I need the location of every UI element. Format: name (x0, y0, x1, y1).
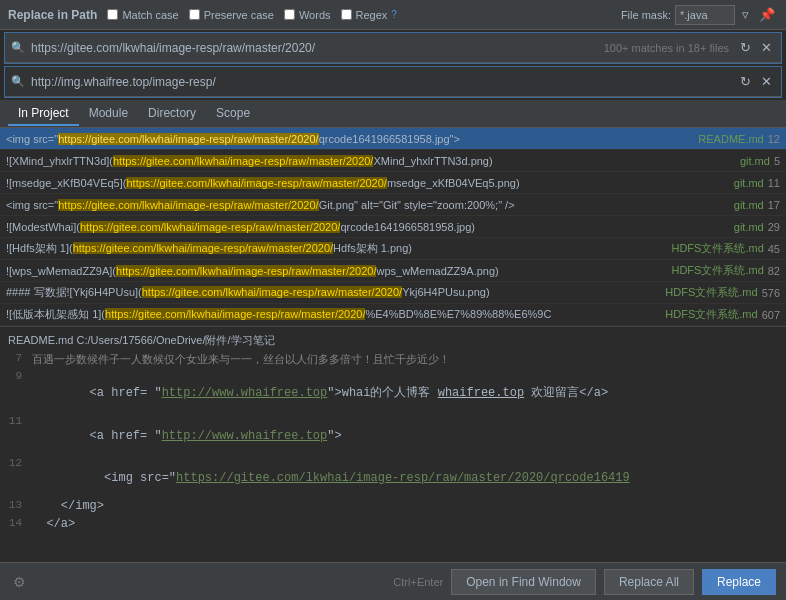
words-checkbox-group[interactable]: Words (284, 9, 331, 21)
result-file: git.md (734, 199, 764, 211)
match-count: 100+ matches in 18+ files (604, 42, 729, 54)
match-case-label: Match case (122, 9, 178, 21)
result-item[interactable]: <img src="https://gitee.com/lkwhai/image… (0, 128, 786, 150)
result-line: 11 (768, 177, 780, 189)
result-item[interactable]: <img src="https://gitee.com/lkwhai/image… (0, 194, 786, 216)
code-preview: README.md C:/Users/17566/OneDrive/附件/学习笔… (0, 326, 786, 539)
search-row-1-wrapper: 🔍 100+ matches in 18+ files ↻ ✕ (4, 32, 782, 64)
result-line: 82 (768, 265, 780, 277)
search-2-refresh-icon[interactable]: ↻ (737, 73, 754, 90)
words-label: Words (299, 9, 331, 21)
line-number: 7 (4, 352, 32, 364)
result-line: 576 (762, 287, 780, 299)
replace-button[interactable]: Replace (702, 569, 776, 595)
match-case-checkbox[interactable] (107, 9, 118, 20)
filter-icon-btn[interactable]: ▿ (739, 6, 752, 23)
result-text: <img src="https://gitee.com/lkwhai/image… (6, 199, 726, 211)
result-file: HDFS文件系统.md (665, 285, 757, 300)
search-input-find[interactable] (31, 41, 600, 55)
line-content: </img> (32, 499, 104, 513)
shortcut-label: Ctrl+Enter (393, 576, 443, 588)
regex-checkbox[interactable] (341, 9, 352, 20)
result-line: 5 (774, 155, 780, 167)
search-1-close-icon[interactable]: ✕ (758, 39, 775, 56)
settings-icon-btn[interactable]: ⚙ (10, 573, 29, 591)
code-line-13: 13 </img> (0, 499, 786, 517)
tab-directory[interactable]: Directory (138, 102, 206, 126)
result-text: ![Hdfs架构 1](https://gitee.com/lkwhai/ima… (6, 241, 663, 256)
result-item[interactable]: ![wps_wMemadZZ9A](https://gitee.com/lkwh… (0, 260, 786, 282)
code-line-14: 14 </a> (0, 517, 786, 535)
search-row-1: 🔍 100+ matches in 18+ files ↻ ✕ (5, 33, 781, 63)
bottom-left: ⚙ (10, 573, 29, 591)
regex-checkbox-group[interactable]: Regex ? (341, 9, 397, 21)
result-line: 17 (768, 199, 780, 211)
results-list: <img src="https://gitee.com/lkwhai/image… (0, 128, 786, 326)
line-number: 14 (4, 517, 32, 529)
result-file: HDFS文件系统.md (665, 307, 757, 322)
line-content: <a href= "http://www.whaifree.top">whai的… (32, 370, 608, 415)
line-number: 13 (4, 499, 32, 511)
file-mask-label: File mask: (621, 9, 671, 21)
tab-module[interactable]: Module (79, 102, 138, 126)
result-item[interactable]: ![ModestWhai](https://gitee.com/lkwhai/i… (0, 216, 786, 238)
code-line-9: 9 <a href= "http://www.whaifree.top">wha… (0, 370, 786, 415)
code-line-11: 11 <a href= "http://www.whaifree.top"> (0, 415, 786, 457)
result-line: 12 (768, 133, 780, 145)
code-file-header: README.md C:/Users/17566/OneDrive/附件/学习笔… (0, 331, 786, 352)
preserve-case-checkbox[interactable] (189, 9, 200, 20)
line-content: <a href= "http://www.whaifree.top"> (32, 415, 342, 457)
result-item[interactable]: ![XMind_yhxlrTTN3d](https://gitee.com/lk… (0, 150, 786, 172)
result-line: 29 (768, 221, 780, 233)
result-file: HDFS文件系统.md (671, 241, 763, 256)
line-content: 百遇一步数候件子一人数候仅个女业来与一一，丝台以人们多多倍寸！且忙千步近少！ (32, 352, 450, 367)
line-number: 11 (4, 415, 32, 427)
tabs-bar: In Project Module Directory Scope (0, 100, 786, 128)
code-line-12: 12 <img src="https://gitee.com/lkwhai/im… (0, 457, 786, 499)
search-row-2-wrapper: 🔍 ↻ ✕ (4, 66, 782, 98)
regex-label: Regex (356, 9, 388, 21)
replace-all-button[interactable]: Replace All (604, 569, 694, 595)
file-mask-group: File mask: ▿ 📌 (621, 5, 778, 25)
words-checkbox[interactable] (284, 9, 295, 20)
result-text: ![msedge_xKfB04VEq5](https://gitee.com/l… (6, 177, 726, 189)
line-number: 12 (4, 457, 32, 469)
search-icon-2: 🔍 (11, 75, 25, 88)
preserve-case-checkbox-group[interactable]: Preserve case (189, 9, 274, 21)
result-file: HDFS文件系统.md (671, 263, 763, 278)
result-file: README.md (698, 133, 763, 145)
result-item[interactable]: ![低版本机架感知 1](https://gitee.com/lkwhai/im… (0, 304, 786, 326)
result-item[interactable]: ![Hdfs架构 1](https://gitee.com/lkwhai/ima… (0, 238, 786, 260)
tab-in-project[interactable]: In Project (8, 102, 79, 126)
result-text: ![ModestWhai](https://gitee.com/lkwhai/i… (6, 221, 726, 233)
line-content: </a> (32, 517, 75, 531)
line-content: <img src="https://gitee.com/lkwhai/image… (32, 457, 630, 499)
open-find-window-button[interactable]: Open in Find Window (451, 569, 596, 595)
result-item[interactable]: #### 写数据![Ykj6H4PUsu](https://gitee.com/… (0, 282, 786, 304)
dialog-title: Replace in Path (8, 8, 97, 22)
result-text: ![wps_wMemadZZ9A](https://gitee.com/lkwh… (6, 265, 663, 277)
preserve-case-label: Preserve case (204, 9, 274, 21)
result-text: #### 写数据![Ykj6H4PUsu](https://gitee.com/… (6, 285, 657, 300)
result-item[interactable]: ![msedge_xKfB04VEq5](https://gitee.com/l… (0, 172, 786, 194)
bottom-right: Ctrl+Enter Open in Find Window Replace A… (393, 569, 776, 595)
search-1-refresh-icon[interactable]: ↻ (737, 39, 754, 56)
match-case-checkbox-group[interactable]: Match case (107, 9, 178, 21)
result-line: 45 (768, 243, 780, 255)
header-bar: Replace in Path Match case Preserve case… (0, 0, 786, 30)
pin-icon-btn[interactable]: 📌 (756, 6, 778, 23)
result-text: <img src="https://gitee.com/lkwhai/image… (6, 133, 690, 145)
result-line: 607 (762, 309, 780, 321)
result-text: ![低版本机架感知 1](https://gitee.com/lkwhai/im… (6, 307, 657, 322)
result-file: git.md (734, 221, 764, 233)
result-file: git.md (734, 177, 764, 189)
code-line-7: 7 百遇一步数候件子一人数候仅个女业来与一一，丝台以人们多多倍寸！且忙千步近少！ (0, 352, 786, 370)
line-number: 9 (4, 370, 32, 382)
file-mask-input[interactable] (675, 5, 735, 25)
search-row-2: 🔍 ↻ ✕ (5, 67, 781, 97)
search-2-close-icon[interactable]: ✕ (758, 73, 775, 90)
bottom-bar: ⚙ Ctrl+Enter Open in Find Window Replace… (0, 562, 786, 600)
tab-scope[interactable]: Scope (206, 102, 260, 126)
search-input-replace[interactable] (31, 75, 733, 89)
result-text: ![XMind_yhxlrTTN3d](https://gitee.com/lk… (6, 155, 732, 167)
